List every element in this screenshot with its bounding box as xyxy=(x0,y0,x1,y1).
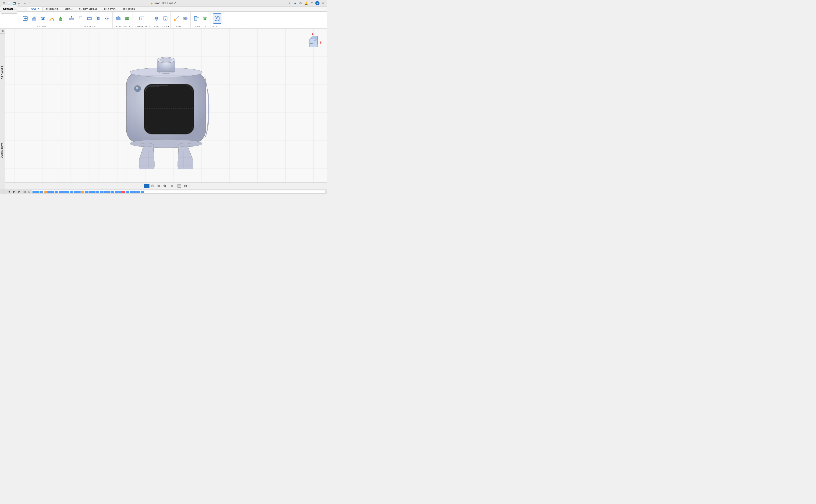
timeline-marker[interactable] xyxy=(92,191,95,193)
comments-label[interactable]: COMMENTS xyxy=(0,140,5,160)
settings-icon[interactable]: ⚙ xyxy=(299,1,303,5)
save-icon[interactable]: 💾 xyxy=(12,1,16,5)
app-grid-icon[interactable]: ⊞ xyxy=(2,1,6,5)
timeline-marker[interactable] xyxy=(81,191,84,193)
shell-btn[interactable] xyxy=(85,13,94,24)
timeline-marker[interactable] xyxy=(141,191,144,193)
redo-icon[interactable]: ↪ xyxy=(22,1,27,5)
timeline-marker[interactable] xyxy=(100,191,103,193)
select-btn[interactable] xyxy=(213,13,222,24)
zoom-btn[interactable] xyxy=(162,184,168,188)
timeline-marker[interactable] xyxy=(122,191,125,193)
measure-btn[interactable] xyxy=(172,13,180,24)
display-settings-btn[interactable] xyxy=(176,184,182,188)
modify-group-label[interactable]: MODIFY ▾ xyxy=(84,25,95,28)
revolve-btn[interactable] xyxy=(39,13,47,24)
timeline-marker[interactable] xyxy=(111,191,114,193)
timeline-marker[interactable] xyxy=(47,191,51,193)
press-pull-btn[interactable] xyxy=(67,13,76,24)
tab-plastic[interactable]: PLASTIC xyxy=(101,7,119,11)
notification-icon[interactable]: 🔔 xyxy=(304,1,308,5)
grid-btn[interactable] xyxy=(144,184,149,188)
inspect-group-label[interactable]: INSPECT ▾ xyxy=(175,25,186,28)
timeline-last-btn[interactable]: ⏭ xyxy=(22,190,27,194)
tab-utilities[interactable]: UTILITIES xyxy=(119,7,138,11)
tab-sheet-metal[interactable]: SHEET METAL xyxy=(76,7,101,11)
new-component-btn[interactable] xyxy=(21,13,29,24)
user-icon[interactable]: S: xyxy=(315,1,320,5)
timeline-marker[interactable] xyxy=(62,191,66,193)
sidebar-collapse-btn[interactable]: ◀◀ xyxy=(0,28,5,34)
configure-btn[interactable] xyxy=(137,13,146,24)
timeline-marker[interactable] xyxy=(96,191,99,193)
timeline-marker[interactable] xyxy=(55,191,58,193)
timeline-first-btn[interactable]: ⏮ xyxy=(2,190,6,194)
timeline-marker[interactable] xyxy=(74,191,77,193)
tab-surface[interactable]: SURFACE xyxy=(42,7,62,11)
timeline-marker[interactable] xyxy=(44,191,47,193)
timeline-marker[interactable] xyxy=(126,191,129,193)
add-tab-icon[interactable]: + xyxy=(287,1,292,5)
midplane-btn[interactable] xyxy=(161,13,169,24)
snap-btn[interactable] xyxy=(150,184,155,188)
insert-mcmaster-icon xyxy=(202,16,208,21)
timeline-marker[interactable] xyxy=(32,191,36,193)
timeline-next-btn[interactable]: ▶ xyxy=(17,190,21,194)
viewport[interactable]: Z X RIGHT FRONT xyxy=(5,28,327,189)
move-btn[interactable] xyxy=(103,13,111,24)
timeline-marker[interactable] xyxy=(66,191,69,193)
timeline-marker[interactable] xyxy=(51,191,54,193)
scale-btn[interactable] xyxy=(94,13,102,24)
tab-solid[interactable]: SOLID xyxy=(28,7,42,11)
select-group-label[interactable]: SELECT ▾ xyxy=(212,25,223,28)
svg-rect-109 xyxy=(172,185,175,187)
timeline-expand-btn[interactable]: ⊞ xyxy=(28,190,31,193)
timeline-marker[interactable] xyxy=(77,191,81,193)
insert-group-label[interactable]: INSERT ▾ xyxy=(195,25,206,28)
view-settings-btn[interactable] xyxy=(170,184,176,188)
timeline-marker[interactable] xyxy=(137,191,140,193)
orbit-btn[interactable] xyxy=(156,184,161,188)
timeline-marker[interactable] xyxy=(40,191,43,193)
effects-btn[interactable] xyxy=(182,184,188,188)
configure-group-label[interactable]: CONFIGURE ▾ xyxy=(134,25,150,28)
browser-label[interactable]: BROWSER xyxy=(0,63,5,81)
timeline-marker[interactable] xyxy=(118,191,122,193)
extrude-btn[interactable] xyxy=(30,13,38,24)
interference-btn[interactable] xyxy=(181,13,189,24)
timeline-prev-btn[interactable]: ◀ xyxy=(7,190,11,194)
undo-icon[interactable]: ↩ xyxy=(17,1,21,5)
timeline-marker[interactable] xyxy=(133,191,137,193)
timeline-play-btn[interactable]: ▶ xyxy=(12,190,16,194)
timeline-marker[interactable] xyxy=(130,191,133,193)
tab-mesh[interactable]: MESH xyxy=(62,7,76,11)
offset-plane-btn[interactable] xyxy=(152,13,161,24)
timeline-marker[interactable] xyxy=(88,191,92,193)
new-component-assemble-btn[interactable] xyxy=(114,13,122,24)
timeline-marker[interactable] xyxy=(36,191,39,193)
create-group-label[interactable]: CREATE ▾ xyxy=(37,25,49,28)
file-icon[interactable]: 📄 xyxy=(7,1,11,5)
assemble-group-label[interactable]: ASSEMBLE ▾ xyxy=(115,25,130,28)
svg-rect-72 xyxy=(145,85,193,133)
timeline-marker[interactable] xyxy=(70,191,73,193)
construct-group-label[interactable]: CONSTRUCT ▾ xyxy=(153,25,169,28)
insert-derive-btn[interactable] xyxy=(192,13,200,24)
joint-btn[interactable] xyxy=(123,13,131,24)
timeline-marker[interactable] xyxy=(107,191,110,193)
design-dropdown[interactable]: DESIGN ▾ xyxy=(1,5,17,14)
loft-btn[interactable] xyxy=(56,13,65,24)
help-icon[interactable]: ? xyxy=(310,1,314,5)
timeline-marker[interactable] xyxy=(115,191,118,193)
cloud-icon[interactable]: ☁ xyxy=(293,1,297,5)
insert-mcmaster-btn[interactable] xyxy=(201,13,209,24)
timeline-marker[interactable] xyxy=(85,191,88,193)
toolbar-group-inspect: INSPECT ▾ xyxy=(171,12,190,28)
fillet-btn[interactable] xyxy=(76,13,85,24)
sweep-btn[interactable] xyxy=(48,13,56,24)
close-icon[interactable]: × xyxy=(321,1,325,5)
toolbar-group-assemble: ASSEMBLE ▾ xyxy=(113,12,132,28)
timeline-marker[interactable] xyxy=(103,191,107,193)
timeline-marker[interactable] xyxy=(59,191,62,193)
home-icon[interactable]: ⌂ xyxy=(28,1,32,5)
